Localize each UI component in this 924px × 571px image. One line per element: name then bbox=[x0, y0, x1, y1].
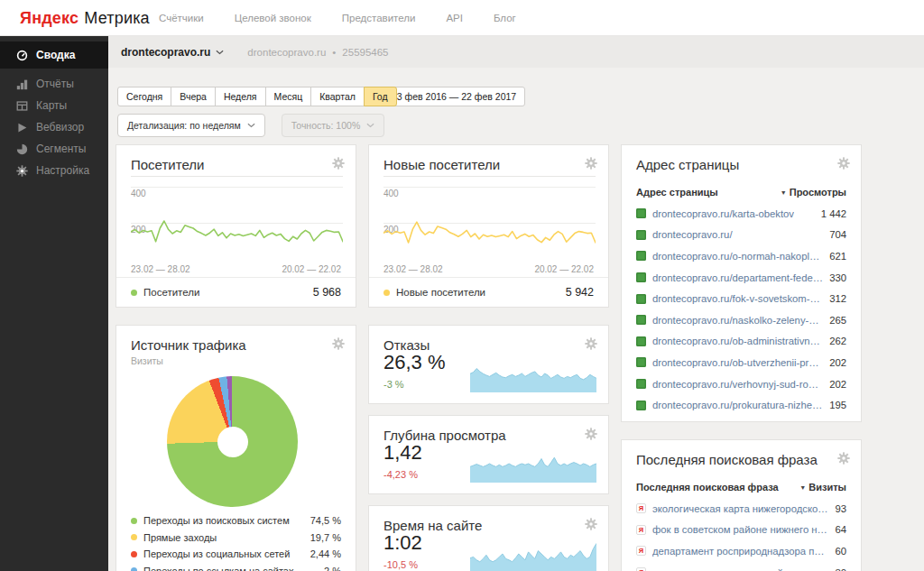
precision-dropdown[interactable]: Точность: 100% bbox=[282, 114, 385, 137]
pie-legend-item[interactable]: Переходы по ссылкам на сайтах 2 % bbox=[131, 563, 341, 571]
card-bounce-rate: Отказы 26,3 % -3 % bbox=[368, 325, 609, 404]
page-url-link[interactable]: drontecopravo.ru/naskolko-zeleny-ozel… bbox=[652, 315, 823, 326]
gear-icon[interactable] bbox=[585, 518, 597, 530]
legend-label: Прямые заходы bbox=[143, 532, 217, 543]
page-url-link[interactable]: drontecopravo.ru/o-normah-nakopleniy… bbox=[652, 251, 823, 262]
column-header-url[interactable]: Адрес страницы bbox=[636, 187, 718, 198]
page-url-table: drontecopravo.ru/karta-obektov1 442dront… bbox=[636, 203, 846, 416]
sidebar-item-summary[interactable]: Сводка bbox=[0, 41, 108, 69]
sidebar-item-reports[interactable]: Отчёты bbox=[0, 73, 108, 95]
chart-legend[interactable]: Посетители 5 968 bbox=[116, 277, 356, 307]
chevron-down-icon bbox=[366, 123, 374, 128]
row-value: 93 bbox=[835, 503, 846, 514]
page-url-link[interactable]: drontecopravo.ru/ bbox=[652, 229, 733, 240]
sidebar-item-segments[interactable]: Сегменты bbox=[0, 138, 108, 160]
chevron-down-icon bbox=[216, 50, 224, 55]
site-favicon bbox=[636, 272, 646, 282]
nav-item-blog[interactable]: Блог bbox=[494, 13, 516, 23]
pie-legend-item[interactable]: Прямые заходы 19,7 % bbox=[131, 530, 341, 547]
pie-legend-item[interactable]: Переходы из социальных сетей 2,44 % bbox=[131, 546, 341, 563]
gear-icon[interactable] bbox=[332, 157, 345, 170]
table-row: Яфок в советском районе нижнего нов…64 bbox=[636, 520, 846, 541]
x-axis-labels: 23.02 — 28.02 20.02 — 22.02 bbox=[131, 264, 341, 274]
nav-item-counters[interactable]: Счётчики bbox=[159, 13, 204, 23]
card-time-on-site: Время на сайте 1:02 -10,5 % bbox=[368, 505, 609, 571]
sidebar-item-label: Карты bbox=[36, 99, 67, 112]
nav-item-api[interactable]: API bbox=[446, 13, 463, 23]
counter-id: 25595465 bbox=[342, 47, 388, 58]
table-row: drontecopravo.ru/prokuratura-nizhegoro…1… bbox=[636, 394, 846, 416]
search-phrase-link[interactable]: департамент росприроднадзора по п… bbox=[652, 546, 828, 557]
nav-item-representatives[interactable]: Представители bbox=[342, 13, 416, 23]
legend-dot bbox=[131, 290, 137, 296]
yandex-metrica-logo[interactable]: Яндекс Метрика bbox=[20, 0, 150, 36]
search-phrase-link[interactable]: экологическая карта нижегородской… bbox=[652, 503, 828, 514]
search-phrase-link[interactable]: фок в советском районе нижнего нов… bbox=[652, 524, 828, 535]
page-url-link[interactable]: drontecopravo.ru/departament-federaln… bbox=[652, 272, 823, 283]
gear-icon[interactable] bbox=[585, 337, 597, 350]
pie-legend-item[interactable]: Переходы из поисковых систем 74,5 % bbox=[131, 512, 341, 530]
period-button-year[interactable]: Год bbox=[364, 87, 397, 106]
period-button-month[interactable]: Месяц bbox=[265, 87, 312, 106]
counter-info: drontecopravo.ru • 25595465 bbox=[247, 47, 388, 58]
gear-icon[interactable] bbox=[837, 157, 850, 170]
kpi-delta: -10,5 % bbox=[383, 559, 418, 570]
visitors-line-chart bbox=[131, 176, 343, 266]
detalization-dropdown[interactable]: Детализация: по неделям bbox=[117, 114, 265, 137]
page-url-link[interactable]: drontecopravo.ru/ob-utverzhenii-pravil-… bbox=[652, 357, 823, 368]
gear-icon[interactable] bbox=[585, 157, 597, 170]
sidebar-item-label: Отчёты bbox=[36, 78, 74, 90]
page-url-link[interactable]: drontecopravo.ru/fok-v-sovetskom-rajone bbox=[652, 293, 823, 304]
chart-legend[interactable]: Новые посетители 5 942 bbox=[369, 277, 608, 307]
top-header: Яндекс Метрика Счётчики Целевой звонок П… bbox=[0, 0, 924, 36]
site-favicon bbox=[636, 251, 646, 261]
row-value: 202 bbox=[829, 357, 846, 368]
page-url-link[interactable]: drontecopravo.ru/prokuratura-nizhegoro… bbox=[652, 400, 823, 410]
nav-item-target-call[interactable]: Целевой звонок bbox=[235, 13, 311, 23]
traffic-source-donut-chart[interactable] bbox=[167, 376, 298, 507]
search-phrase-link[interactable]: департамент лесного хозяйства ниже… bbox=[652, 567, 828, 571]
card-traffic-source: Источник трафика Визиты Переходы из поис… bbox=[116, 325, 356, 571]
sidebar-item-webvisor[interactable]: Вебвизор bbox=[0, 116, 108, 138]
legend-value: 74,5 % bbox=[310, 515, 341, 526]
column-header-views-sorted[interactable]: ▼ Просмотры bbox=[781, 187, 846, 198]
column-header-phrase[interactable]: Последняя поисковая фраза bbox=[636, 482, 779, 493]
table-row: Ядепартамент росприроднадзора по п…60 bbox=[636, 540, 846, 562]
period-button-yesterday[interactable]: Вчера bbox=[171, 87, 216, 106]
table-header: Адрес страницы ▼ Просмотры bbox=[636, 187, 846, 198]
logo-yandex: Яндекс bbox=[20, 9, 79, 28]
page-depth-sparkline bbox=[470, 447, 596, 483]
legend-label: Новые посетители bbox=[396, 287, 485, 298]
period-button-quarter[interactable]: Квартал bbox=[310, 87, 365, 106]
gear-icon[interactable] bbox=[332, 337, 345, 350]
column-header-visits-sorted[interactable]: ▼ Визиты bbox=[799, 482, 846, 493]
page-url-link[interactable]: drontecopravo.ru/ob-administrativnyh-p… bbox=[652, 336, 823, 346]
layout-grid-icon bbox=[16, 100, 28, 112]
yandex-favicon: Я bbox=[636, 546, 646, 556]
page-url-link[interactable]: drontecopravo.ru/karta-obektov bbox=[652, 208, 794, 219]
kpi-delta: -4,23 % bbox=[383, 469, 418, 480]
row-value: 195 bbox=[829, 400, 846, 410]
counter-selector[interactable]: drontecopravo.ru bbox=[121, 46, 224, 59]
legend-label: Переходы из социальных сетей bbox=[143, 548, 290, 559]
legend-label: Переходы по ссылкам на сайтах bbox=[143, 566, 293, 571]
table-row: drontecopravo.ru/naskolko-zeleny-ozel…26… bbox=[636, 309, 846, 331]
sort-desc-icon: ▼ bbox=[799, 484, 806, 491]
period-button-today[interactable]: Сегодня bbox=[117, 87, 171, 106]
table-row: drontecopravo.ru/karta-obektov1 442 bbox=[636, 203, 846, 225]
legend-label: Посетители bbox=[143, 287, 199, 298]
search-phrase-table: Яэкологическая карта нижегородской…93Яфо… bbox=[636, 498, 846, 571]
page-url-link[interactable]: drontecopravo.ru/verhovnyj-sud-rossijs… bbox=[652, 379, 823, 390]
gear-icon[interactable] bbox=[837, 452, 850, 465]
card-title: Последняя поисковая фраза bbox=[636, 452, 818, 467]
row-value: 265 bbox=[829, 315, 846, 326]
period-button-week[interactable]: Неделя bbox=[215, 87, 266, 106]
yandex-favicon: Я bbox=[636, 525, 646, 535]
sidebar-item-settings[interactable]: Настройка bbox=[0, 160, 108, 181]
donut-hole bbox=[217, 427, 248, 457]
row-value: 1 442 bbox=[821, 208, 846, 219]
row-value: 60 bbox=[835, 546, 846, 557]
sidebar-item-maps[interactable]: Карты bbox=[0, 95, 108, 116]
legend-label: Переходы из поисковых систем bbox=[143, 515, 290, 526]
gear-icon[interactable] bbox=[585, 428, 597, 440]
